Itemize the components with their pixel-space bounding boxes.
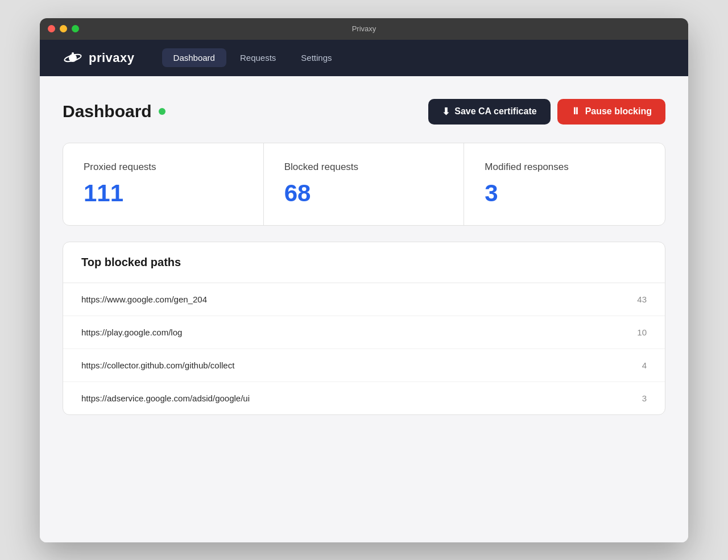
paths-section: Top blocked paths https://www.google.com… [63, 242, 665, 415]
proxied-value: 111 [84, 180, 243, 207]
dashboard-title-area: Dashboard [63, 102, 166, 121]
proxied-label: Proxied requests [84, 161, 243, 173]
path-url: https://www.google.com/gen_204 [81, 294, 207, 304]
stat-card-blocked: Blocked requests 68 [264, 143, 465, 225]
logo-icon [63, 48, 83, 68]
paths-header: Top blocked paths [63, 242, 665, 283]
list-item: https://play.google.com/log 10 [63, 316, 665, 349]
header-buttons: ⬇ Save CA certificate ⏸ Pause blocking [428, 99, 665, 125]
path-count: 43 [637, 294, 647, 304]
stat-card-proxied: Proxied requests 111 [63, 143, 264, 225]
window-title: Privaxy [352, 24, 377, 33]
list-item: https://adservice.google.com/adsid/googl… [63, 382, 665, 414]
save-ca-button[interactable]: ⬇ Save CA certificate [428, 99, 550, 125]
pause-icon: ⏸ [571, 106, 581, 117]
app-window: Privaxy privaxy Dashboard Requests Setti… [40, 18, 688, 542]
maximize-button[interactable] [72, 25, 79, 32]
traffic-lights [48, 25, 79, 32]
blocked-label: Blocked requests [284, 161, 444, 173]
title-bar: Privaxy [40, 18, 688, 40]
stat-card-modified: Modified responses 3 [464, 143, 665, 225]
save-ca-label: Save CA certificate [454, 106, 536, 117]
modified-label: Modified responses [485, 161, 644, 173]
path-url: https://adservice.google.com/adsid/googl… [81, 393, 250, 403]
path-url: https://play.google.com/log [81, 327, 182, 337]
pause-blocking-label: Pause blocking [585, 106, 652, 117]
logo-text: privaxy [89, 51, 135, 65]
close-button[interactable] [48, 25, 55, 32]
path-url: https://collector.github.com/github/coll… [81, 360, 234, 370]
nav-links: Dashboard Requests Settings [162, 48, 344, 67]
nav-item-settings[interactable]: Settings [289, 48, 343, 67]
list-item: https://collector.github.com/github/coll… [63, 349, 665, 382]
stats-row: Proxied requests 111 Blocked requests 68… [63, 143, 665, 226]
nav-item-dashboard[interactable]: Dashboard [162, 48, 226, 67]
list-item: https://www.google.com/gen_204 43 [63, 283, 665, 316]
path-count: 10 [637, 327, 647, 337]
path-count: 3 [642, 393, 647, 403]
paths-title: Top blocked paths [81, 256, 181, 268]
path-count: 4 [642, 360, 647, 370]
page-title: Dashboard [63, 102, 152, 121]
logo-area: privaxy [63, 48, 135, 68]
pause-blocking-button[interactable]: ⏸ Pause blocking [557, 99, 665, 125]
dashboard-header: Dashboard ⬇ Save CA certificate ⏸ Pause … [63, 99, 665, 125]
navbar: privaxy Dashboard Requests Settings [40, 40, 688, 76]
nav-item-requests[interactable]: Requests [229, 48, 287, 67]
save-icon: ⬇ [442, 106, 450, 118]
main-content: Dashboard ⬇ Save CA certificate ⏸ Pause … [40, 76, 688, 542]
minimize-button[interactable] [60, 25, 67, 32]
blocked-value: 68 [284, 180, 444, 207]
paths-list: https://www.google.com/gen_204 43 https:… [63, 283, 665, 414]
status-indicator [159, 108, 166, 115]
modified-value: 3 [485, 180, 644, 207]
